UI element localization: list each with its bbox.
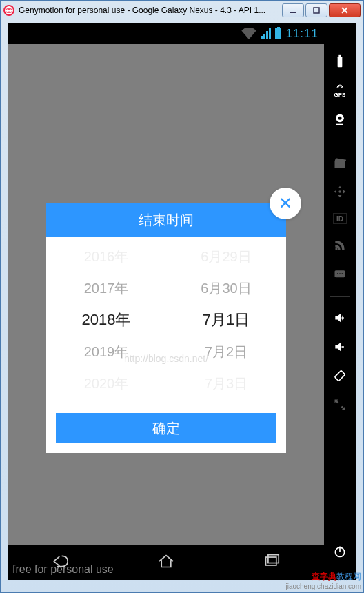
md-option[interactable]: 6月29日 (201, 241, 251, 272)
dialog-close-button[interactable]: ✕ (270, 188, 301, 219)
status-clock: 11:11 (285, 27, 318, 41)
recent-button[interactable] (260, 552, 283, 574)
date-picker-dialog: ✕ 结束时间 2016年 2017年 2018年 2019年 2020年 6月2… (46, 203, 286, 453)
confirm-button[interactable]: 确定 (56, 413, 276, 443)
year-option[interactable]: 2016年 (84, 241, 129, 272)
free-label: free for personal use (12, 563, 114, 576)
separator (330, 141, 350, 141)
site-watermark: 查字典教程网 jiaocheng.chazidian.com (285, 572, 361, 592)
md-option[interactable]: 7月3日 (205, 368, 247, 399)
md-option[interactable]: 7月2日 (205, 336, 247, 368)
svg-rect-3 (338, 55, 341, 57)
webcam-icon[interactable] (332, 112, 347, 127)
minimize-button[interactable] (282, 3, 304, 17)
app-screen: ✕ 结束时间 2016年 2017年 2018年 2019年 2020年 6月2… (8, 44, 324, 545)
svg-rect-17 (268, 555, 279, 563)
battery-icon (275, 28, 281, 39)
svg-rect-1 (314, 8, 319, 13)
rotate-icon[interactable] (332, 368, 347, 383)
rss-icon[interactable] (332, 238, 347, 253)
dialog-title: 结束时间 (46, 203, 286, 237)
device-frame: 11:11 ✕ 结束时间 2016年 2017年 2018年 2019年 202… (8, 23, 356, 580)
emulator-sidebar: GPS ID (324, 23, 356, 580)
dpad-icon[interactable] (332, 184, 347, 199)
svg-rect-13 (334, 370, 345, 381)
separator (330, 296, 350, 296)
year-option[interactable]: 2017年 (84, 272, 129, 304)
genymotion-icon (3, 5, 14, 16)
maximize-button[interactable] (305, 3, 327, 17)
svg-point-9 (337, 273, 338, 274)
signal-icon (261, 28, 271, 39)
year-option-selected[interactable]: 2018年 (82, 304, 131, 336)
svg-rect-2 (338, 57, 343, 67)
titlebar[interactable]: Genymotion for personal use - Google Gal… (1, 1, 363, 20)
window-title: Genymotion for personal use - Google Gal… (19, 6, 282, 15)
clapper-icon[interactable] (332, 155, 347, 170)
fullscreen-icon[interactable] (332, 397, 347, 412)
monthday-picker[interactable]: 6月29日 6月30日 7月1日 7月2日 7月3日 (166, 237, 286, 403)
sms-icon[interactable] (332, 267, 347, 282)
gps-icon[interactable]: GPS (332, 83, 347, 98)
svg-point-5 (338, 117, 342, 120)
year-picker[interactable]: 2016年 2017年 2018年 2019年 2020年 (46, 237, 166, 403)
id-icon[interactable]: ID (333, 213, 347, 224)
md-option-selected[interactable]: 7月1日 (203, 304, 250, 336)
wifi-icon (241, 28, 256, 39)
year-option[interactable]: 2020年 (84, 368, 129, 399)
volume-up-icon[interactable] (332, 310, 347, 325)
power-icon[interactable] (332, 544, 347, 559)
svg-point-7 (335, 248, 337, 250)
picker-area: 2016年 2017年 2018年 2019年 2020年 6月29日 6月30… (46, 237, 286, 403)
svg-point-10 (339, 273, 341, 274)
battery-icon[interactable] (332, 54, 347, 69)
close-window-button[interactable]: ✕ (329, 3, 361, 17)
window-frame: Genymotion for personal use - Google Gal… (0, 0, 364, 593)
home-button[interactable] (154, 552, 178, 574)
svg-rect-16 (265, 557, 276, 565)
svg-point-11 (342, 273, 343, 274)
md-option[interactable]: 6月30日 (201, 272, 251, 304)
year-option[interactable]: 2019年 (84, 336, 129, 368)
svg-point-6 (338, 190, 341, 192)
android-statusbar: 11:11 (8, 23, 324, 44)
volume-down-icon[interactable] (332, 339, 347, 354)
